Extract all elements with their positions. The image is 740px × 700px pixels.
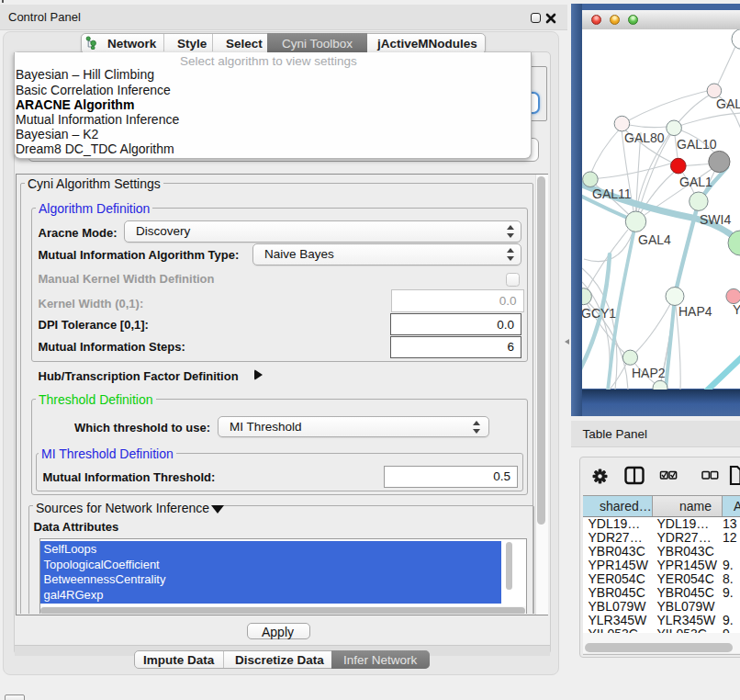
svg-text:GAL11: GAL11	[592, 186, 632, 201]
svg-text:GAL10: GAL10	[677, 137, 717, 152]
svg-text:GAL2: GAL2	[716, 96, 740, 111]
svg-text:HAP2: HAP2	[632, 366, 666, 380]
svg-text:GCY1: GCY1	[582, 306, 616, 321]
svg-text:SWI4: SWI4	[700, 212, 731, 227]
svg-text:GAL4: GAL4	[638, 231, 671, 246]
svg-text:GAL80: GAL80	[624, 130, 665, 145]
svg-text:HAP4: HAP4	[678, 303, 712, 318]
svg-text:GAL1: GAL1	[679, 175, 712, 189]
svg-text:YM: YM	[733, 302, 740, 317]
